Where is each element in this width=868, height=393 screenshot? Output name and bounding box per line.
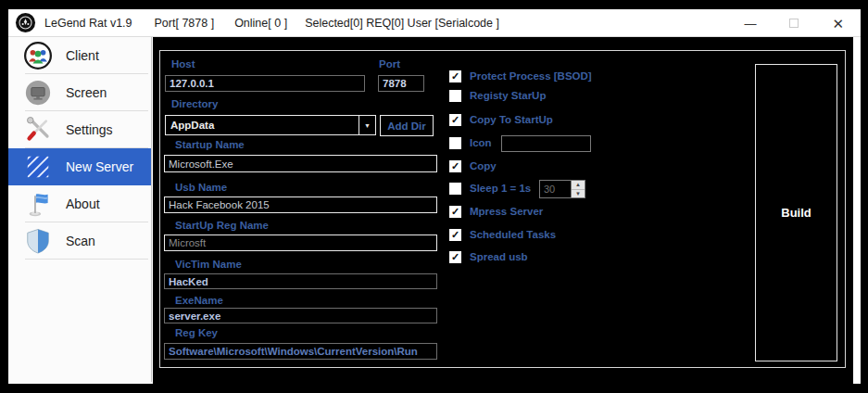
content-area: Client Screen bbox=[8, 37, 861, 384]
app-logo-icon bbox=[15, 12, 36, 33]
people-icon bbox=[23, 41, 53, 70]
victim-name-input[interactable] bbox=[164, 273, 437, 289]
sidebar-item-label: New Server bbox=[66, 159, 133, 174]
option-label: Copy To StartUp bbox=[470, 114, 553, 125]
checkbox-checked-icon[interactable]: ✓ bbox=[449, 206, 461, 218]
checkbox-unchecked-icon[interactable] bbox=[449, 137, 461, 149]
checkbox-checked-icon[interactable]: ✓ bbox=[449, 229, 461, 241]
stepper-down-icon[interactable]: ▼ bbox=[572, 190, 585, 198]
sidebar-item-client[interactable]: Client bbox=[8, 37, 151, 74]
option-label: Scheduled Tasks bbox=[470, 229, 556, 240]
option-copy: ✓ Copy bbox=[449, 158, 497, 173]
reg-key-input[interactable] bbox=[164, 343, 437, 360]
icon-path-input[interactable] bbox=[501, 135, 591, 152]
checkbox-checked-icon[interactable]: ✓ bbox=[449, 114, 461, 126]
host-label: Host bbox=[171, 58, 195, 70]
sleep-seconds-stepper: 30 ▲ ▼ bbox=[539, 180, 585, 198]
titlebar-port: Port[ 7878 ] bbox=[155, 17, 215, 30]
option-label: Registy StarUp bbox=[470, 90, 546, 101]
titlebar: LeGend Rat v1.9 Port[ 7878 ] Online[ 0 ]… bbox=[8, 9, 861, 37]
directory-dropdown[interactable]: AppData ▼ bbox=[165, 115, 376, 135]
option-mpress-server: ✓ Mpress Server bbox=[449, 204, 543, 219]
sidebar: Client Screen bbox=[8, 37, 152, 382]
sidebar-item-scan[interactable]: Scan bbox=[8, 222, 151, 260]
hatched-box-icon bbox=[23, 152, 53, 182]
option-label: Mpress Server bbox=[470, 206, 543, 217]
checkbox-unchecked-icon[interactable] bbox=[449, 90, 461, 102]
victim-name-label: VicTim Name bbox=[175, 259, 242, 270]
build-button[interactable]: Build bbox=[755, 64, 837, 361]
sidebar-item-label: Screen bbox=[66, 85, 107, 100]
sidebar-item-label: Settings bbox=[66, 122, 113, 137]
sidebar-item-settings[interactable]: Settings bbox=[8, 111, 151, 148]
startup-name-label: Startup Name bbox=[175, 139, 245, 150]
directory-label: Directory bbox=[171, 98, 219, 109]
option-label: Sleep 1 = 1s bbox=[470, 183, 531, 194]
titlebar-online: Online[ 0 ] bbox=[234, 17, 287, 30]
exe-name-label: ExeName bbox=[175, 295, 223, 306]
option-scheduled-tasks: ✓ Scheduled Tasks bbox=[449, 227, 556, 242]
window-frame: LeGend Rat v1.9 Port[ 7878 ] Online[ 0 ]… bbox=[8, 9, 861, 384]
chevron-down-icon[interactable]: ▼ bbox=[359, 116, 375, 134]
sidebar-item-about[interactable]: About bbox=[8, 185, 151, 222]
option-label: Icon bbox=[470, 137, 492, 148]
app-window: LeGend Rat v1.9 Port[ 7878 ] Online[ 0 ]… bbox=[0, 0, 868, 393]
sidebar-item-new-server[interactable]: New Server bbox=[8, 148, 151, 185]
window-controls: — ✕ bbox=[744, 9, 844, 37]
shield-icon bbox=[23, 226, 53, 256]
maximize-icon bbox=[789, 19, 799, 28]
checkbox-checked-icon[interactable]: ✓ bbox=[449, 251, 461, 263]
option-label: Copy bbox=[470, 160, 497, 171]
sidebar-item-label: About bbox=[66, 196, 100, 211]
tools-icon bbox=[23, 115, 53, 145]
option-icon: Icon bbox=[449, 135, 492, 150]
host-input[interactable] bbox=[165, 75, 365, 92]
startup-name-input[interactable] bbox=[164, 155, 437, 172]
titlebar-status: Selected[0] REQ[0] User [Serialcode ] bbox=[305, 17, 499, 30]
sidebar-item-screen[interactable]: Screen bbox=[8, 74, 151, 111]
close-icon[interactable]: ✕ bbox=[832, 17, 844, 31]
stepper-buttons: ▲ ▼ bbox=[571, 181, 585, 197]
option-spread-usb: ✓ Spread usb bbox=[449, 249, 528, 264]
option-sleep: Sleep 1 = 1s bbox=[449, 181, 531, 196]
option-copy-to-startup: ✓ Copy To StartUp bbox=[449, 112, 553, 127]
minimize-icon[interactable]: — bbox=[744, 18, 756, 30]
stepper-up-icon[interactable]: ▲ bbox=[572, 181, 585, 190]
port-label: Port bbox=[379, 58, 400, 70]
reg-key-label: Reg Key bbox=[175, 327, 218, 338]
startup-reg-name-label: StartUp Reg Name bbox=[175, 220, 269, 231]
checkbox-checked-icon[interactable]: ✓ bbox=[449, 160, 461, 172]
monitor-icon bbox=[23, 78, 53, 108]
directory-dropdown-value: AppData bbox=[166, 120, 359, 131]
server-settings-groupbox: Host Port Directory AppData ▼ Add Dir St… bbox=[159, 50, 846, 368]
checkbox-checked-icon[interactable]: ✓ bbox=[449, 70, 461, 82]
startup-reg-name-input[interactable] bbox=[164, 235, 437, 251]
sidebar-item-label: Scan bbox=[66, 234, 95, 248]
sleep-seconds-value[interactable]: 30 bbox=[540, 181, 571, 197]
option-label: Protect Process [BSOD] bbox=[470, 70, 592, 82]
exe-name-input[interactable] bbox=[164, 308, 437, 323]
port-input[interactable] bbox=[378, 75, 424, 92]
option-label: Spread usb bbox=[470, 251, 528, 262]
usb-name-input[interactable] bbox=[164, 196, 437, 213]
checkbox-unchecked-icon[interactable] bbox=[449, 183, 461, 195]
add-dir-button[interactable]: Add Dir bbox=[380, 115, 434, 136]
option-registry-startup: Registy StarUp bbox=[449, 88, 546, 103]
sidebar-item-label: Client bbox=[66, 48, 99, 63]
app-title: LeGend Rat v1.9 bbox=[44, 17, 132, 30]
flag-icon bbox=[23, 189, 53, 219]
option-protect-process: ✓ Protect Process [BSOD] bbox=[449, 69, 592, 83]
main-panel: Host Port Directory AppData ▼ Add Dir St… bbox=[153, 37, 853, 384]
usb-name-label: Usb Name bbox=[175, 182, 227, 193]
